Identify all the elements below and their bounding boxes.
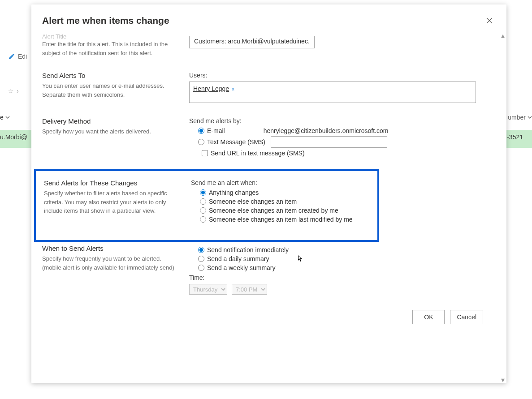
- section-delivery: Delivery Method Specify how you want the…: [42, 114, 496, 169]
- delivery-sms-row: Text Message (SMS): [198, 136, 487, 148]
- delivery-email-row: E-mail henrylegge@citizenbuilders.onmicr…: [198, 127, 487, 134]
- when-weekly-radio[interactable]: [198, 265, 204, 271]
- cancel-button[interactable]: Cancel: [450, 310, 483, 324]
- when-immediate-label: Send notification immediately: [207, 246, 289, 253]
- column-number-partial[interactable]: umber: [508, 114, 532, 121]
- alert-title-heading: Alert Title: [42, 33, 176, 40]
- delivery-url-label: Send URL in text message (SMS): [211, 150, 305, 157]
- when-weekly-label: Send a weekly summary: [207, 264, 276, 271]
- users-label: Users:: [189, 72, 487, 79]
- when-daily-label: Send a daily summary: [207, 255, 269, 262]
- delivery-sms-input[interactable]: [271, 136, 387, 148]
- change-mine-created-row: Someone else changes an item created by …: [200, 207, 359, 214]
- user-chip-name[interactable]: Henry Legge: [193, 85, 229, 92]
- delivery-desc: Specify how you want the alerts delivere…: [42, 127, 176, 136]
- send-to-desc: You can enter user names or e-mail addre…: [42, 82, 176, 99]
- section-change-type: Send Alerts for These Changes Specify wh…: [44, 179, 368, 225]
- section-when: When to Send Alerts Specify how frequent…: [42, 242, 496, 305]
- row-cell-email-partial: u.Morbi@: [0, 133, 27, 141]
- dialog-body: Alert Title Enter the title for this ale…: [31, 32, 506, 383]
- change-mine-modified-label: Someone else changes an item last modifi…: [209, 216, 353, 223]
- change-mine-created-label: Someone else changes an item created by …: [209, 207, 338, 214]
- change-other-row: Someone else changes an item: [200, 198, 359, 205]
- change-any-radio[interactable]: [200, 189, 206, 196]
- delivery-heading: Delivery Method: [42, 117, 176, 125]
- users-people-picker[interactable]: Henry Legge x: [189, 82, 476, 103]
- star-breadcrumb-partial: ☆ ›: [8, 87, 19, 94]
- dialog-header: Alert me when items change: [31, 4, 506, 32]
- when-day-select[interactable]: Thursday: [189, 284, 227, 295]
- close-icon: [486, 17, 493, 24]
- dialog-footer: OK Cancel: [42, 305, 496, 334]
- when-immediate-radio[interactable]: [198, 247, 204, 253]
- delivery-label: Send me alerts by:: [189, 117, 487, 124]
- change-any-row: Anything changes: [200, 189, 359, 196]
- delivery-url-row: Send URL in text message (SMS): [202, 150, 487, 157]
- change-mine-created-radio[interactable]: [200, 207, 206, 214]
- change-other-radio[interactable]: [200, 198, 206, 205]
- delivery-sms-label: Text Message (SMS): [207, 138, 265, 146]
- scroll-up-icon[interactable]: ▴: [500, 32, 506, 39]
- when-weekly-row: Send a weekly summary: [198, 264, 487, 271]
- ok-button[interactable]: OK: [412, 310, 445, 324]
- delivery-email-label: E-mail: [207, 127, 225, 134]
- when-daily-radio[interactable]: [198, 256, 204, 262]
- change-type-label: Send me an alert when:: [191, 179, 359, 186]
- section-send-to: Send Alerts To You can enter user names …: [42, 68, 496, 114]
- dialog-title: Alert me when items change: [42, 15, 169, 26]
- delivery-email-radio[interactable]: [198, 128, 204, 134]
- edit-label: Edi: [18, 53, 27, 60]
- alert-dialog: Alert me when items change Alert Title E…: [31, 4, 506, 383]
- edit-button-partial[interactable]: Edi: [8, 53, 27, 60]
- when-immediate-row: Send notification immediately: [198, 246, 487, 253]
- send-to-heading: Send Alerts To: [42, 72, 176, 79]
- close-button[interactable]: [483, 14, 496, 27]
- chevron-down-icon: [5, 115, 10, 120]
- user-chip-remove[interactable]: x: [232, 86, 234, 91]
- user-chip: Henry Legge x: [193, 85, 234, 92]
- delivery-sms-radio[interactable]: [198, 139, 204, 145]
- pencil-icon: [8, 53, 15, 60]
- change-mine-modified-radio[interactable]: [200, 216, 206, 223]
- column-e-partial[interactable]: e: [0, 114, 10, 121]
- when-heading: When to Send Alerts: [42, 245, 176, 252]
- alert-title-input[interactable]: Customers: arcu.Morbi@vulputateduinec.: [189, 36, 315, 48]
- section-change-type-highlight: Send Alerts for These Changes Specify wh…: [34, 169, 379, 242]
- chevron-down-icon: [528, 115, 532, 120]
- change-other-label: Someone else changes an item: [209, 198, 297, 205]
- alert-title-desc: Enter the title for this alert. This is …: [42, 40, 176, 57]
- delivery-url-checkbox[interactable]: [202, 150, 208, 156]
- scroll-down-icon[interactable]: ▾: [500, 377, 506, 383]
- section-alert-title: Alert Title Enter the title for this ale…: [42, 32, 496, 68]
- change-type-heading: Send Alerts for These Changes: [44, 179, 177, 187]
- row-cell-number-partial: -3521: [507, 133, 523, 141]
- change-any-label: Anything changes: [209, 189, 259, 196]
- star-icon: ☆: [8, 87, 14, 94]
- when-hour-select[interactable]: 7:00 PM: [232, 284, 267, 295]
- change-mine-modified-row: Someone else changes an item last modifi…: [200, 216, 359, 223]
- when-desc: Specify how frequently you want to be al…: [42, 254, 176, 272]
- when-time-label: Time:: [189, 274, 487, 281]
- chevron-right-icon: ›: [17, 87, 19, 94]
- when-time-row: Thursday 7:00 PM: [189, 284, 487, 295]
- dialog-scrollbar[interactable]: ▴ ▾: [500, 32, 506, 383]
- delivery-email-value: henrylegge@citizenbuilders.onmicrosoft.c…: [264, 127, 389, 134]
- when-daily-row: Send a daily summary: [198, 255, 487, 262]
- change-type-desc: Specify whether to filter alerts based o…: [44, 189, 177, 215]
